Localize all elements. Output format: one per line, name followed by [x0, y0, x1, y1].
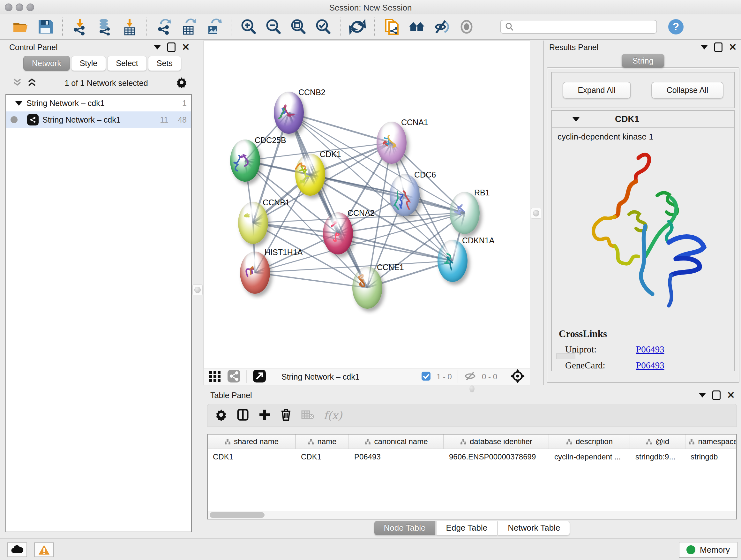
zoom-selected-icon[interactable]: [314, 17, 332, 36]
import-network-icon[interactable]: [71, 17, 89, 36]
tab-select[interactable]: Select: [107, 56, 146, 71]
tab-sets[interactable]: Sets: [148, 56, 181, 71]
column-header[interactable]: @id: [630, 435, 685, 449]
network-options-gear-icon[interactable]: [176, 77, 187, 89]
table-row[interactable]: CDK1CDK1P064939606.ENSP00000378699cyclin…: [208, 449, 736, 464]
column-header[interactable]: description: [549, 435, 630, 449]
network-node-ccna1[interactable]: [377, 122, 407, 164]
network-node-cdc6[interactable]: [390, 174, 420, 216]
cloud-status-button[interactable]: [7, 543, 27, 557]
grid-view-icon[interactable]: [209, 370, 221, 384]
new-network-from-selection-icon[interactable]: [383, 17, 401, 36]
create-column-icon[interactable]: [259, 409, 271, 422]
table-horizontal-scrollbar[interactable]: [208, 511, 736, 519]
table-cell[interactable]: P06493: [349, 449, 444, 464]
export-image-icon[interactable]: [205, 17, 223, 36]
import-table-icon[interactable]: [120, 17, 139, 36]
collapse-all-button[interactable]: Collapse All: [651, 82, 724, 99]
panel-collapse-icon[interactable]: [701, 45, 708, 50]
network-node-rb1[interactable]: [450, 192, 480, 234]
column-header[interactable]: shared name: [208, 435, 296, 449]
panel-collapse-icon[interactable]: [154, 45, 161, 50]
panel-collapse-icon[interactable]: [699, 393, 706, 397]
panel-float-icon[interactable]: [712, 390, 721, 400]
tab-node-table[interactable]: Node Table: [374, 521, 435, 536]
network-edge[interactable]: [310, 175, 465, 213]
network-node-cdc25b[interactable]: [230, 139, 260, 182]
crosslink-label: GeneCard:: [559, 360, 636, 371]
delete-column-icon[interactable]: [280, 408, 292, 422]
network-view[interactable]: CCNB2CCNA1CDC25BCDK1CDC6RB1CCNB1CCNA2CDK…: [203, 41, 530, 368]
expand-all-button[interactable]: Expand All: [562, 82, 631, 99]
network-node-ccne1[interactable]: [352, 266, 382, 309]
collapse-all-networks-icon[interactable]: [12, 78, 22, 88]
string-view-icon[interactable]: [227, 369, 241, 384]
network-node-ccna2[interactable]: [323, 212, 353, 254]
table-cell[interactable]: 9606.ENSP00000378699: [444, 449, 549, 464]
hidden-eye-icon[interactable]: [464, 371, 476, 383]
import-network-database-icon[interactable]: [95, 17, 114, 36]
column-header[interactable]: canonical name: [349, 435, 444, 449]
panel-close-icon[interactable]: ✕: [182, 44, 190, 51]
tab-style[interactable]: Style: [71, 56, 106, 71]
network-row[interactable]: String Network – cdk1 11 48: [6, 111, 191, 128]
column-header[interactable]: name: [296, 435, 349, 449]
left-splitter-handle[interactable]: [192, 285, 203, 295]
warnings-button[interactable]: [34, 543, 54, 557]
network-overview-eye-icon[interactable]: [457, 17, 476, 36]
memory-button[interactable]: Memory: [679, 542, 738, 558]
panel-divider[interactable]: [543, 41, 544, 385]
network-collection-row[interactable]: String Network – cdk1 1: [6, 95, 191, 111]
network-edge[interactable]: [289, 113, 367, 288]
zoom-out-icon[interactable]: [264, 17, 282, 36]
network-edge[interactable]: [255, 273, 367, 288]
zoom-in-icon[interactable]: [239, 17, 258, 36]
apply-layout-icon[interactable]: [348, 17, 367, 36]
toolbar-separator: [231, 17, 231, 36]
search-input[interactable]: [514, 22, 650, 32]
open-in-new-window-icon[interactable]: [253, 369, 266, 384]
expand-all-networks-icon[interactable]: [27, 78, 37, 88]
crosslink-link[interactable]: P06493: [636, 360, 664, 371]
protein-expander-icon[interactable]: [572, 117, 580, 122]
results-scrollbar[interactable]: [556, 354, 576, 359]
right-splitter-handle[interactable]: [531, 208, 541, 219]
first-neighbors-icon[interactable]: [408, 17, 426, 36]
export-table-icon[interactable]: [180, 17, 198, 36]
column-header[interactable]: namespace: [685, 435, 737, 449]
tab-edge-table[interactable]: Edge Table: [436, 521, 497, 536]
birdseye-view-icon[interactable]: [511, 369, 525, 384]
export-network-icon[interactable]: [155, 17, 173, 36]
network-node-cdkn1a[interactable]: [437, 240, 468, 282]
tab-network-table[interactable]: Network Table: [498, 521, 570, 536]
panel-float-icon[interactable]: [714, 43, 723, 52]
panel-close-icon[interactable]: ✕: [729, 44, 737, 51]
panel-float-icon[interactable]: [167, 43, 176, 52]
show-columns-icon[interactable]: [237, 409, 249, 422]
network-node-hist1h1a[interactable]: [240, 252, 270, 294]
table-cell[interactable]: CDK1: [208, 449, 296, 464]
collection-expander-icon[interactable]: [15, 101, 23, 106]
network-node-ccnb2[interactable]: [274, 91, 304, 134]
save-session-icon[interactable]: [36, 17, 55, 36]
open-session-icon[interactable]: [11, 17, 30, 36]
search-field[interactable]: [500, 20, 657, 34]
network-node-ccnb1[interactable]: [238, 202, 268, 244]
column-header[interactable]: database identifier: [444, 435, 549, 449]
selected-checkbox-icon[interactable]: [421, 371, 431, 382]
help-icon[interactable]: ?: [667, 17, 685, 36]
tab-string[interactable]: String: [622, 54, 664, 68]
zoom-fit-icon[interactable]: [289, 17, 307, 36]
scrollbar-thumb[interactable]: [210, 512, 265, 518]
network-edge[interactable]: [289, 113, 392, 143]
table-cell[interactable]: CDK1: [296, 449, 349, 464]
table-options-gear-icon[interactable]: [215, 409, 227, 422]
network-node-cdk1[interactable]: [295, 153, 325, 196]
crosslink-link[interactable]: P06493: [636, 344, 664, 355]
tab-network[interactable]: Network: [23, 56, 70, 71]
table-cell[interactable]: cyclin-dependent ...: [549, 449, 630, 464]
table-cell[interactable]: stringdb: [685, 449, 737, 464]
panel-close-icon[interactable]: ✕: [727, 391, 735, 399]
table-cell[interactable]: stringdb:9...: [630, 449, 685, 464]
show-graphics-details-icon[interactable]: [432, 17, 451, 36]
